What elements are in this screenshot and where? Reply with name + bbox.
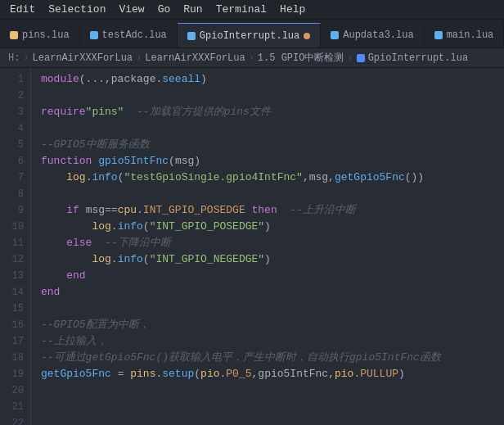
code-line-8: [41, 186, 504, 202]
code-line-18: --可通过getGpio5Fnc()获取输入电平，产生中断时，自动执行gpio5…: [41, 350, 504, 366]
menu-help[interactable]: Help: [273, 0, 312, 19]
token: "INT_GPIO_POSEDGE": [150, 220, 264, 233]
token: (...,package.: [79, 73, 162, 85]
token: ,msg,: [303, 171, 335, 183]
token: pins: [130, 368, 155, 380]
tab-label-pins: pins.lua: [22, 29, 70, 41]
tab-gpioInterrupt[interactable]: GpioInterrupt.lua: [178, 23, 321, 47]
menu-go[interactable]: Go: [151, 0, 178, 19]
token: (: [194, 368, 200, 380]
breadcrumb-file-icon: [357, 54, 365, 62]
line-numbers: 1234567891011121314151617181920212223: [0, 68, 31, 425]
menu-view[interactable]: View: [112, 0, 151, 19]
token: msg==: [79, 204, 118, 216]
token: ): [398, 368, 405, 380]
line-number-17: 17: [0, 333, 30, 350]
code-line-4: [41, 120, 504, 137]
line-number-1: 1: [0, 71, 30, 88]
token: gpio5IntFnc: [98, 155, 169, 167]
line-number-8: 8: [0, 186, 30, 202]
token: --上升沿中断: [290, 204, 356, 216]
menu-run[interactable]: Run: [177, 0, 209, 19]
tab-label-testAdc: testAdc.lua: [102, 29, 167, 41]
token: [41, 253, 92, 265]
breadcrumb-item-3[interactable]: 1.5 GPIO中断检测: [258, 51, 344, 65]
token: [41, 269, 66, 282]
token: then: [252, 204, 277, 216]
token: end: [66, 269, 85, 282]
line-number-5: 5: [0, 137, 30, 153]
token: [245, 204, 252, 216]
tab-label-aupdata3: Aupdata3.lua: [343, 29, 413, 41]
code-line-12: log.info("INT_GPIO_NEGEDGE"): [41, 251, 504, 268]
token: if: [66, 204, 79, 216]
token: end: [41, 286, 60, 298]
tab-aupdata3[interactable]: Aupdata3.lua: [321, 23, 424, 47]
menu-bar: Edit Selection View Go Run Terminal Help: [0, 0, 504, 20]
breadcrumb-item-1[interactable]: LearnAirXXXForLua: [33, 52, 133, 64]
token: info: [118, 220, 143, 233]
menu-terminal[interactable]: Terminal: [209, 0, 273, 19]
token: .: [111, 220, 118, 233]
token: module: [41, 73, 79, 85]
breadcrumb-item-4[interactable]: GpioInterrupt.lua: [368, 52, 468, 64]
code-line-21: [41, 399, 504, 415]
tab-icon-gpioInterrupt: [187, 32, 196, 40]
breadcrumb-item-2[interactable]: LearnAirXXXForLua: [145, 52, 245, 64]
line-number-18: 18: [0, 350, 30, 366]
tab-label-gpioInterrupt: GpioInterrupt.lua: [200, 30, 299, 42]
token: "INT_GPIO_NEGEDGE": [150, 253, 264, 265]
token: [277, 204, 290, 216]
token: pio: [335, 368, 353, 380]
tab-icon-testAdc: [90, 31, 98, 39]
token: ()): [405, 171, 424, 183]
token: function: [41, 155, 92, 167]
token: --可通过getGpio5Fnc()获取输入电平，产生中断时，自动执行gpio5…: [41, 351, 441, 364]
tab-icon-main: [434, 31, 443, 39]
code-line-16: --GPIO5配置为中断，: [41, 317, 504, 333]
token: --下降沿中断: [105, 237, 171, 249]
token: [41, 237, 66, 249]
line-number-3: 3: [0, 104, 30, 120]
token: P0_5: [226, 368, 251, 380]
breadcrumb-sep-2: ›: [136, 52, 142, 64]
token: =: [111, 368, 130, 380]
line-number-14: 14: [0, 284, 30, 301]
code-line-6: function gpio5IntFnc(msg): [41, 153, 504, 170]
code-line-20: [41, 382, 504, 399]
tab-modified-dot: [304, 33, 310, 39]
breadcrumb-sep-3: ›: [249, 52, 254, 64]
code-line-2: [41, 88, 504, 104]
token: (: [169, 155, 175, 167]
code-line-9: if msg==cpu.INT_GPIO_POSEDGE then --上升沿中…: [41, 202, 504, 219]
line-number-15: 15: [0, 301, 30, 317]
code-line-11: else --下降沿中断: [41, 235, 504, 251]
tab-pins[interactable]: pins.lua: [0, 23, 80, 47]
breadcrumb: H: › LearnAirXXXForLua › LearnAirXXXForL…: [0, 48, 504, 68]
code-area[interactable]: module(...,package.seeall) require"pins"…: [31, 68, 504, 425]
token: info: [92, 171, 117, 183]
token: log: [66, 171, 85, 183]
token: setup: [162, 368, 194, 380]
code-line-1: module(...,package.seeall): [41, 71, 504, 88]
token: ): [264, 253, 271, 265]
menu-edit[interactable]: Edit: [3, 0, 42, 19]
menu-selection[interactable]: Selection: [42, 0, 112, 19]
tab-main[interactable]: main.lua: [425, 23, 504, 47]
token: log: [92, 253, 110, 265]
code-line-7: log.info("testGpioSingle.gpio4IntFnc",ms…: [41, 170, 504, 186]
tabs-bar: pins.lua testAdc.lua GpioInterrupt.lua A…: [0, 20, 504, 48]
line-number-21: 21: [0, 399, 30, 415]
tab-icon-pins: [10, 31, 18, 39]
token: ): [264, 220, 271, 233]
line-number-11: 11: [0, 235, 30, 251]
tab-testAdc[interactable]: testAdc.lua: [80, 23, 178, 47]
token: [41, 171, 66, 183]
line-number-7: 7: [0, 170, 30, 186]
token: else: [66, 237, 92, 249]
token: getGpio5Fnc: [335, 171, 405, 183]
token: --上拉输入，: [41, 335, 107, 347]
token: [92, 237, 105, 249]
tab-label-main: main.lua: [447, 29, 494, 41]
line-number-22: 22: [0, 415, 30, 425]
